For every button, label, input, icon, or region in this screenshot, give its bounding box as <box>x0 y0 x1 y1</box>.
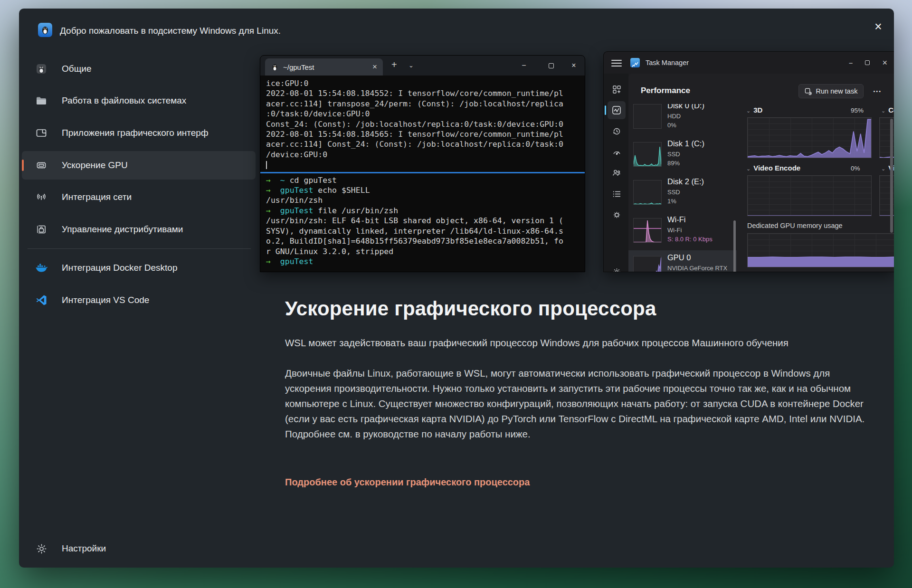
sidebar-item-gui-apps[interactable]: Приложения графического интерф <box>22 119 256 147</box>
chart-3d-label: ⌄3D <box>746 106 762 114</box>
dedicated-memory-label: Dedicated GPU memory usage <box>747 222 843 229</box>
sidebar-item-network[interactable]: Интеграция сети <box>22 183 256 211</box>
terminal-pane-1: ice:GPU:02022-08-01 15:54:08.184552: I t… <box>266 78 585 170</box>
more-options-icon[interactable]: ••• <box>873 88 882 94</box>
perf-device-list: Disk 0 (D:) HDD 0% Disk 1 (C:) SSD 89% D… <box>628 104 737 272</box>
device-type: SSD <box>667 189 680 196</box>
page-subtitle: WSL может задействовать ваш графический … <box>285 337 874 349</box>
tab-close-icon[interactable]: × <box>372 62 377 72</box>
sidebar: Общие Работа в файловых системах Приложе… <box>19 9 259 568</box>
disk2-minigraph <box>633 180 662 205</box>
page-title: Ускорение графического процессора <box>285 297 656 320</box>
performance-icon[interactable] <box>608 101 626 119</box>
device-value: 89% <box>667 160 680 167</box>
terminal-output: ice:GPU:02022-08-01 15:54:08.184552: I t… <box>260 76 585 272</box>
terminal-minimize-icon[interactable]: − <box>513 56 535 76</box>
disk1-minigraph <box>633 142 662 167</box>
sidebar-item-filesystems[interactable]: Работа в файловых системах <box>22 86 256 115</box>
tux-penguin-icon <box>271 63 278 71</box>
device-type: SSD <box>667 151 680 158</box>
chart-venc-value: 0% <box>851 165 860 172</box>
list-item-wifi[interactable]: Wi-Fi Wi-Fi S: 8.0 R: 0 Kbps <box>628 212 737 249</box>
device-name: Disk 2 (E:) <box>667 177 704 186</box>
chart-copy-label: ⌄Copy <box>881 106 894 114</box>
chevron-down-icon: ⌄ <box>881 108 885 114</box>
gpu-chip-icon <box>34 158 48 172</box>
device-name: Wi-Fi <box>667 215 685 224</box>
close-icon[interactable]: × <box>867 17 889 36</box>
sidebar-item-distros[interactable]: Управление дистрибутивами <box>22 215 256 244</box>
sidebar-divider <box>28 248 251 249</box>
taskmgr-minimize-icon[interactable]: − <box>849 59 853 67</box>
device-type: NVIDIA GeForce RTX <box>667 265 727 272</box>
gear-icon <box>34 541 48 556</box>
device-type: HDD <box>667 113 681 120</box>
sidebar-item-gpu-acceleration[interactable]: Ускорение GPU <box>22 151 256 180</box>
distro-box-icon <box>34 222 48 237</box>
chevron-down-icon: ⌄ <box>881 166 885 171</box>
startup-apps-icon[interactable] <box>608 143 626 161</box>
taskmgr-content: Performance Run new task ••• Disk 0 (D:)… <box>628 74 894 272</box>
services-icon[interactable] <box>608 206 626 224</box>
sidebar-item-label: Ускорение GPU <box>62 160 245 171</box>
device-name: Disk 0 (D:) <box>667 104 704 110</box>
terminal-tab[interactable]: ~/gpuTest × <box>265 58 383 76</box>
tab-dropdown-chevron-icon[interactable]: ⌄ <box>408 62 414 69</box>
sidebar-item-settings[interactable]: Настройки <box>22 537 256 560</box>
learn-more-link[interactable]: Подробнее об ускорении графического проц… <box>285 477 530 488</box>
terminal-close-icon[interactable]: × <box>562 56 585 76</box>
sidebar-item-general[interactable]: Общие <box>22 55 256 83</box>
sidebar-item-label: Общие <box>62 64 245 74</box>
sidebar-item-label: Работа в файловых системах <box>62 95 245 106</box>
gpu-charts-panel: ⌄3D 95% ⌄Copy ⌄Video Encode 0% ⌄Video De… <box>742 104 894 272</box>
gpu-minigraph <box>633 256 662 272</box>
sidebar-item-label: Приложения графического интерф <box>62 128 245 138</box>
app-history-icon[interactable] <box>608 122 626 140</box>
sidebar-item-label: Интеграция сети <box>62 192 245 202</box>
taskmgr-settings-icon[interactable] <box>608 263 626 272</box>
taskmgr-title: Task Manager <box>646 59 689 66</box>
list-item-gpu0[interactable]: GPU 0 NVIDIA GeForce RTX 95% (53 °C) <box>628 250 737 272</box>
chart-video-encode <box>747 175 872 216</box>
pane-divider <box>260 172 585 173</box>
settings-label: Настройки <box>62 543 106 554</box>
task-manager-logo-icon <box>630 58 640 67</box>
taskmgr-maximize-icon[interactable] <box>865 60 870 65</box>
folder-icon <box>34 94 48 108</box>
run-new-task-label: Run new task <box>816 87 858 95</box>
device-value: 1% <box>667 198 676 205</box>
list-item-disk0[interactable]: Disk 0 (D:) HDD 0% <box>628 104 737 135</box>
taskmgr-nav-rail <box>604 74 628 272</box>
chevron-down-icon: ⌄ <box>746 108 750 114</box>
vscode-icon <box>34 293 48 307</box>
device-type: Wi-Fi <box>667 227 682 234</box>
taskmgr-scrollbar[interactable] <box>890 119 893 233</box>
disk0-minigraph <box>633 104 662 129</box>
users-icon[interactable] <box>608 164 626 182</box>
network-icon <box>34 190 48 204</box>
task-manager-window: Task Manager − × <box>603 51 894 272</box>
dedicated-memory-chart <box>747 233 894 267</box>
chevron-down-icon: ⌄ <box>746 166 750 171</box>
list-item-disk1[interactable]: Disk 1 (C:) SSD 89% <box>628 136 737 173</box>
wsl-welcome-window: × Добро пожаловать в подсистему Windows … <box>19 9 894 568</box>
terminal-maximize-icon[interactable] <box>540 56 562 76</box>
run-new-task-button[interactable]: Run new task <box>798 84 864 98</box>
sidebar-item-docker[interactable]: Интеграция Docker Desktop <box>22 254 256 282</box>
processes-icon[interactable] <box>608 80 626 98</box>
sidebar-item-vscode[interactable]: Интеграция VS Code <box>22 286 256 314</box>
hamburger-menu-icon[interactable] <box>611 58 622 68</box>
device-value: S: 8.0 R: 0 Kbps <box>667 236 712 243</box>
terminal-window: ~/gpuTest × + ⌄ − × ice:GPU:02022-08-01 … <box>260 55 585 272</box>
terminal-pane-2: → ~ cd gpuTest→ gpuTest echo $SHELL/usr/… <box>266 175 585 267</box>
penguin-icon <box>34 62 48 76</box>
page-body-text: Двоичные файлы Linux, работающие в WSL, … <box>285 366 873 442</box>
details-icon[interactable] <box>608 185 626 203</box>
taskmgr-close-icon[interactable]: × <box>882 58 887 68</box>
list-scrollbar[interactable] <box>733 220 736 272</box>
gui-window-icon <box>34 126 48 140</box>
terminal-tab-title: ~/gpuTest <box>283 63 372 71</box>
chart-3d <box>747 117 872 158</box>
list-item-disk2[interactable]: Disk 2 (E:) SSD 1% <box>628 174 737 211</box>
new-tab-icon[interactable]: + <box>391 59 397 70</box>
